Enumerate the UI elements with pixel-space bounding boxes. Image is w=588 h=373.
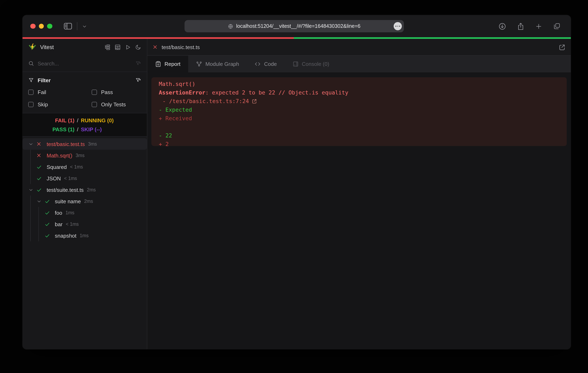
module-graph-icon: [196, 61, 202, 67]
page-settings-button[interactable]: [394, 22, 402, 30]
tree-row[interactable]: Math.sqrt()3ms: [22, 150, 147, 161]
test-name: suite name: [55, 198, 81, 204]
stack-location: - /test/basic.test.ts:7:24: [162, 97, 249, 105]
tree-indent-guide: [27, 218, 35, 230]
search-bar: [22, 55, 147, 72]
screen: localhost:51204/__vitest__/#/?file=16484…: [0, 0, 588, 373]
zoom-button[interactable]: [47, 24, 52, 29]
progress-segment-pass: [294, 37, 571, 39]
tab-code[interactable]: Code: [247, 56, 284, 73]
dashboard-icon[interactable]: [115, 44, 121, 50]
filter-label: Fail: [38, 89, 46, 95]
pass-check-icon: [43, 207, 51, 218]
close-button[interactable]: [30, 24, 35, 29]
toolbar-divider: [77, 22, 77, 30]
chevron-down-icon[interactable]: [82, 23, 87, 29]
tree-indent-guide: [27, 161, 35, 173]
summary-row-2: PASS (1) / SKIP (--): [22, 125, 147, 134]
pass-checkbox[interactable]: [92, 89, 97, 95]
test-duration: < 1ms: [64, 176, 77, 181]
only-tests-checkbox[interactable]: [92, 102, 97, 107]
filter-section: Filter Fail Pass: [22, 72, 147, 113]
filter-option-only-tests[interactable]: Only Tests: [92, 99, 141, 110]
chevron-down-icon[interactable]: [35, 196, 43, 207]
search-input[interactable]: [38, 60, 132, 66]
tree-row[interactable]: JSON< 1ms: [22, 173, 147, 184]
fail-x-icon: [35, 150, 43, 161]
stack-trace-link[interactable]: - /test/basic.test.ts:7:24: [159, 97, 559, 105]
app-title: Vitest: [40, 44, 54, 50]
external-link-icon[interactable]: [252, 81, 305, 121]
pass-check-icon: [35, 184, 43, 196]
tree-row[interactable]: suite name2ms: [22, 196, 147, 207]
address-bar[interactable]: localhost:51204/__vitest__/#/?file=16484…: [185, 20, 404, 32]
test-name: test/suite.test.ts: [47, 187, 84, 193]
sidebar-header: Vitest: [22, 39, 147, 55]
tab-module-graph[interactable]: Module Graph: [188, 56, 247, 73]
tab-label: Code: [264, 61, 277, 67]
tree-indent-guide: [35, 230, 43, 241]
skip-checkbox[interactable]: [28, 102, 33, 107]
fail-x-icon: [35, 138, 43, 150]
fail-checkbox[interactable]: [28, 89, 33, 95]
run-all-icon[interactable]: [125, 44, 131, 50]
tree-row[interactable]: Squared< 1ms: [22, 161, 147, 173]
minimize-button[interactable]: [39, 24, 44, 29]
file-header: test/basic.test.ts: [147, 39, 571, 55]
tree-row[interactable]: foo1ms: [22, 207, 147, 218]
pass-check-icon: [35, 161, 43, 173]
error-name: AssertionError: [159, 88, 205, 97]
vitest-app: Vitest: [22, 39, 571, 349]
chevron-down-icon[interactable]: [27, 184, 35, 196]
test-duration: < 1ms: [66, 222, 79, 227]
diff-line-received: + 2: [159, 140, 559, 148]
summary-separator: /: [77, 126, 78, 132]
filter-option-skip[interactable]: Skip: [28, 99, 92, 110]
error-report: Math.sqrt() AssertionError: expected 2 t…: [151, 77, 567, 146]
main-panel: test/basic.test.ts Report: [147, 39, 571, 349]
code-icon: [255, 61, 261, 67]
tab-report[interactable]: Report: [147, 56, 188, 73]
tab-overview-icon[interactable]: [553, 22, 561, 30]
test-name: Squared: [47, 164, 67, 170]
sidebar-toggle-icon[interactable]: [63, 22, 72, 30]
filter-label: Skip: [38, 101, 48, 107]
error-message-line: AssertionError: expected 2 to be 22 // O…: [159, 88, 559, 97]
filter-title: Filter: [38, 77, 51, 83]
test-name: foo: [55, 210, 62, 216]
filter-option-pass[interactable]: Pass: [92, 87, 141, 97]
filter-label: Pass: [101, 89, 113, 95]
clear-filter-icon[interactable]: [136, 77, 141, 83]
dark-mode-icon[interactable]: [135, 44, 141, 50]
test-duration: 2ms: [84, 199, 93, 204]
share-icon[interactable]: [517, 22, 524, 30]
pass-check-icon: [43, 196, 51, 207]
tab-console[interactable]: Console (0): [284, 56, 337, 73]
tree-row[interactable]: test/basic.test.ts3ms: [22, 138, 147, 150]
tree-indent-guide: [27, 207, 35, 218]
window-controls[interactable]: [30, 24, 52, 29]
tree-row[interactable]: test/suite.test.ts2ms: [22, 184, 147, 196]
chevron-down-icon[interactable]: [27, 138, 35, 150]
tree-indent-guide: [27, 173, 35, 184]
open-in-editor-icon[interactable]: [558, 43, 566, 51]
diff-lines: - 22+ 2: [159, 131, 559, 148]
tab-label: Report: [165, 61, 180, 67]
test-name: snapshot: [55, 232, 76, 239]
test-duration: < 1ms: [70, 165, 83, 169]
clear-search-filter-icon[interactable]: [136, 61, 141, 66]
failed-test-name: Math.sqrt(): [159, 80, 559, 88]
test-duration: 1ms: [65, 210, 74, 215]
pass-check-icon: [35, 173, 43, 184]
filter-option-fail[interactable]: Fail: [28, 87, 92, 97]
diff-received-label: + Received: [159, 114, 559, 123]
tree-row[interactable]: snapshot1ms: [22, 230, 147, 241]
tree-row[interactable]: bar< 1ms: [22, 218, 147, 230]
new-tab-icon[interactable]: [535, 23, 542, 30]
filter-label: Only Tests: [101, 101, 126, 107]
downloads-icon[interactable]: [498, 22, 506, 30]
test-name: test/basic.test.ts: [47, 141, 85, 147]
tree-view-icon[interactable]: [104, 44, 110, 50]
sidebar: Vitest: [22, 39, 147, 349]
browser-titlebar: localhost:51204/__vitest__/#/?file=16484…: [22, 15, 571, 37]
